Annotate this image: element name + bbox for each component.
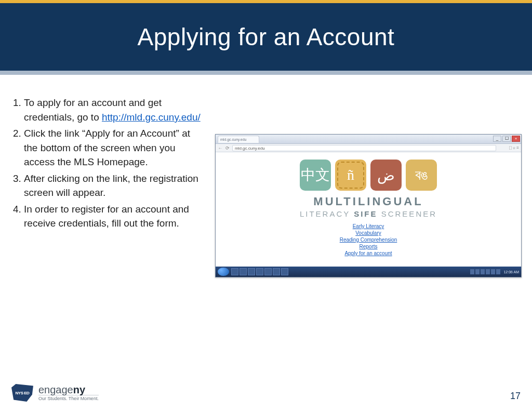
brand-sub-a: LITERACY <box>300 209 354 218</box>
brand-sub-b: SIFE <box>354 209 377 218</box>
close-icon: × <box>512 136 520 142</box>
taskbar-item-icon <box>264 268 272 275</box>
tile-n-glyph: ñ <box>347 167 354 183</box>
step-1: To apply for an account and get credenti… <box>24 96 205 124</box>
taskbar-pinned <box>231 268 288 275</box>
brand-multilingual: MULTILINGUAL <box>216 195 521 208</box>
taskbar-item-icon <box>273 268 280 275</box>
tray-icon <box>475 269 480 274</box>
back-icon: ← <box>218 145 223 151</box>
tile-chinese: 中文 <box>300 160 331 191</box>
step-4: In order to register for an account and … <box>24 202 205 231</box>
engageny-logo: engageny Our Students. Their Moment. <box>38 385 99 401</box>
link-reading-comprehension[interactable]: Reading Comprehension <box>340 237 397 243</box>
content-area: To apply for an account and get credenti… <box>0 75 532 277</box>
title-bar: Applying for an Account <box>0 3 532 71</box>
logo-tiles: 中文 ñ ض বঙ <box>216 160 521 191</box>
homepage-links: Early Literacy Vocabulary Reading Compre… <box>216 223 521 256</box>
taskbar-item-icon <box>248 268 255 275</box>
browser-tab: mld.gc.cuny.edu <box>218 136 259 143</box>
engageny-line1: engageny <box>38 385 99 395</box>
window-titlebar: mld.gc.cuny.edu _ ☐ × <box>216 135 521 144</box>
tray-icon <box>481 269 485 274</box>
window-buttons: _ ☐ × <box>493 136 520 142</box>
url-field: mld.gc.cuny.edu <box>232 145 496 151</box>
slide-title: Applying for an Account <box>138 23 395 51</box>
browser-screenshot: mld.gc.cuny.edu _ ☐ × ← ⟳ mld.gc.cuny.ed… <box>215 134 522 277</box>
tile-bengali: বঙ <box>406 160 437 191</box>
system-tray: 12:06 AM <box>470 269 519 274</box>
reload-icon: ⟳ <box>225 145 230 151</box>
tray-icon <box>486 269 490 274</box>
taskbar: 12:06 AM <box>216 267 521 277</box>
link-early-literacy[interactable]: Early Literacy <box>353 223 384 229</box>
link-vocabulary[interactable]: Vocabulary <box>355 230 381 236</box>
steps-list: To apply for an account and get credenti… <box>8 96 205 231</box>
page-number: 17 <box>510 391 521 402</box>
title-underline <box>0 71 532 75</box>
taskbar-item-icon <box>256 268 263 275</box>
nysed-logo-icon <box>11 384 33 402</box>
tile-n-tilde: ñ <box>335 160 366 191</box>
address-bar: ← ⟳ mld.gc.cuny.edu ⎕ ☆ ≡ <box>216 144 521 152</box>
link-reports[interactable]: Reports <box>359 244 377 249</box>
taskbar-left <box>218 268 288 276</box>
tray-icon <box>491 269 495 274</box>
slide: Applying for an Account To apply for an … <box>0 0 532 411</box>
taskbar-clock: 12:06 AM <box>503 270 519 274</box>
cuny-link[interactable]: http://mld.gc.cuny.edu/ <box>102 112 201 123</box>
brand-subtitle: LITERACY SIFE SCREENER <box>216 209 521 218</box>
maximize-icon: ☐ <box>502 136 511 142</box>
taskbar-item-icon <box>240 268 247 275</box>
addr-right-icons: ⎕ ☆ ≡ <box>498 145 519 150</box>
engageny-tagline: Our Students. Their Moment. <box>38 395 99 401</box>
taskbar-item-icon <box>281 268 288 275</box>
start-button-icon <box>218 268 229 276</box>
step-3: After clicking on the link, the registra… <box>24 171 205 200</box>
footer: engageny Our Students. Their Moment. 17 <box>0 374 532 405</box>
brand-sub-c: SCREENER <box>378 209 437 218</box>
ny-text: ny <box>73 384 85 395</box>
taskbar-item-icon <box>231 268 238 275</box>
minimize-icon: _ <box>493 136 501 142</box>
tray-icon <box>496 269 500 274</box>
engage-text: engage <box>38 384 73 395</box>
page-body: 中文 ñ ض বঙ MULTILINGUAL LITERACY SIFE SCR… <box>216 152 521 267</box>
step-2: Click the link “Apply for an Account” at… <box>24 126 205 169</box>
link-apply-account[interactable]: Apply for an account <box>344 250 392 256</box>
instructions-column: To apply for an account and get credenti… <box>8 96 211 277</box>
screenshot-column: mld.gc.cuny.edu _ ☐ × ← ⟳ mld.gc.cuny.ed… <box>211 96 524 277</box>
footer-logos: engageny Our Students. Their Moment. <box>11 384 99 402</box>
tray-icon <box>470 269 474 274</box>
tile-arabic: ض <box>370 160 402 191</box>
